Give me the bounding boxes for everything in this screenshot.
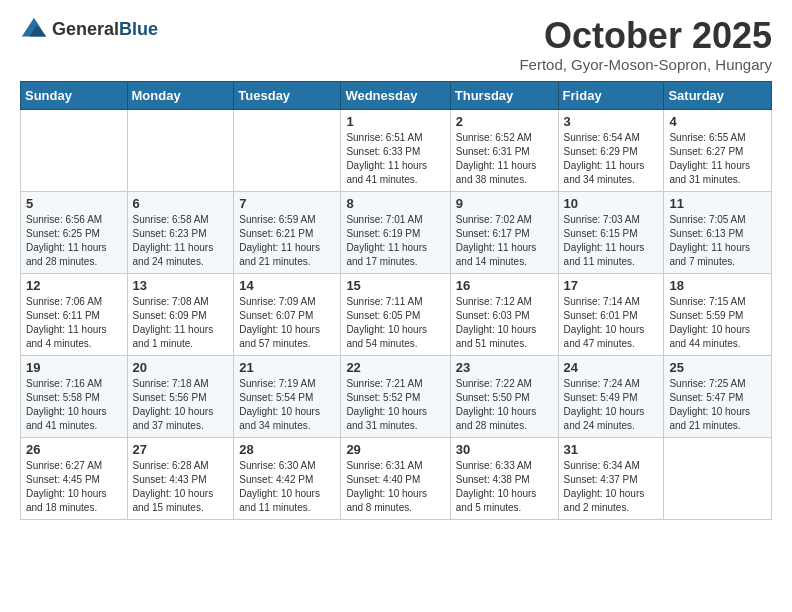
calendar-cell: 22Sunrise: 7:21 AM Sunset: 5:52 PM Dayli… (341, 355, 450, 437)
day-number: 21 (239, 360, 335, 375)
calendar-cell: 24Sunrise: 7:24 AM Sunset: 5:49 PM Dayli… (558, 355, 664, 437)
day-info: Sunrise: 7:09 AM Sunset: 6:07 PM Dayligh… (239, 295, 335, 351)
day-number: 23 (456, 360, 553, 375)
logo-text: GeneralBlue (52, 20, 158, 40)
month-title: October 2025 (519, 16, 772, 56)
calendar-cell: 31Sunrise: 6:34 AM Sunset: 4:37 PM Dayli… (558, 437, 664, 519)
calendar-cell: 9Sunrise: 7:02 AM Sunset: 6:17 PM Daylig… (450, 191, 558, 273)
day-number: 29 (346, 442, 444, 457)
day-info: Sunrise: 7:12 AM Sunset: 6:03 PM Dayligh… (456, 295, 553, 351)
logo-general: General (52, 19, 119, 39)
day-number: 30 (456, 442, 553, 457)
day-info: Sunrise: 7:11 AM Sunset: 6:05 PM Dayligh… (346, 295, 444, 351)
day-header-tuesday: Tuesday (234, 81, 341, 109)
day-number: 6 (133, 196, 229, 211)
day-info: Sunrise: 7:24 AM Sunset: 5:49 PM Dayligh… (564, 377, 659, 433)
calendar-cell: 21Sunrise: 7:19 AM Sunset: 5:54 PM Dayli… (234, 355, 341, 437)
day-number: 1 (346, 114, 444, 129)
logo: GeneralBlue (20, 16, 158, 44)
header: GeneralBlue October 2025 Fertod, Gyor-Mo… (20, 16, 772, 73)
calendar-cell (21, 109, 128, 191)
day-header-sunday: Sunday (21, 81, 128, 109)
week-row-3: 12Sunrise: 7:06 AM Sunset: 6:11 PM Dayli… (21, 273, 772, 355)
day-number: 8 (346, 196, 444, 211)
calendar-cell: 19Sunrise: 7:16 AM Sunset: 5:58 PM Dayli… (21, 355, 128, 437)
day-number: 3 (564, 114, 659, 129)
page: GeneralBlue October 2025 Fertod, Gyor-Mo… (0, 0, 792, 536)
day-info: Sunrise: 7:06 AM Sunset: 6:11 PM Dayligh… (26, 295, 122, 351)
calendar-cell: 18Sunrise: 7:15 AM Sunset: 5:59 PM Dayli… (664, 273, 772, 355)
week-row-4: 19Sunrise: 7:16 AM Sunset: 5:58 PM Dayli… (21, 355, 772, 437)
calendar-cell: 11Sunrise: 7:05 AM Sunset: 6:13 PM Dayli… (664, 191, 772, 273)
day-number: 31 (564, 442, 659, 457)
calendar-cell: 3Sunrise: 6:54 AM Sunset: 6:29 PM Daylig… (558, 109, 664, 191)
day-number: 18 (669, 278, 766, 293)
day-info: Sunrise: 7:19 AM Sunset: 5:54 PM Dayligh… (239, 377, 335, 433)
calendar-cell: 17Sunrise: 7:14 AM Sunset: 6:01 PM Dayli… (558, 273, 664, 355)
calendar-cell: 1Sunrise: 6:51 AM Sunset: 6:33 PM Daylig… (341, 109, 450, 191)
week-row-1: 1Sunrise: 6:51 AM Sunset: 6:33 PM Daylig… (21, 109, 772, 191)
day-number: 11 (669, 196, 766, 211)
logo-icon (20, 16, 48, 44)
calendar-cell: 2Sunrise: 6:52 AM Sunset: 6:31 PM Daylig… (450, 109, 558, 191)
day-info: Sunrise: 7:25 AM Sunset: 5:47 PM Dayligh… (669, 377, 766, 433)
calendar-cell: 14Sunrise: 7:09 AM Sunset: 6:07 PM Dayli… (234, 273, 341, 355)
calendar-cell (127, 109, 234, 191)
day-header-monday: Monday (127, 81, 234, 109)
day-number: 15 (346, 278, 444, 293)
day-info: Sunrise: 7:15 AM Sunset: 5:59 PM Dayligh… (669, 295, 766, 351)
calendar-cell: 28Sunrise: 6:30 AM Sunset: 4:42 PM Dayli… (234, 437, 341, 519)
day-info: Sunrise: 6:52 AM Sunset: 6:31 PM Dayligh… (456, 131, 553, 187)
day-info: Sunrise: 6:56 AM Sunset: 6:25 PM Dayligh… (26, 213, 122, 269)
day-info: Sunrise: 6:28 AM Sunset: 4:43 PM Dayligh… (133, 459, 229, 515)
day-number: 4 (669, 114, 766, 129)
day-info: Sunrise: 6:55 AM Sunset: 6:27 PM Dayligh… (669, 131, 766, 187)
day-info: Sunrise: 6:34 AM Sunset: 4:37 PM Dayligh… (564, 459, 659, 515)
calendar-cell: 15Sunrise: 7:11 AM Sunset: 6:05 PM Dayli… (341, 273, 450, 355)
day-number: 14 (239, 278, 335, 293)
day-number: 17 (564, 278, 659, 293)
calendar-cell (234, 109, 341, 191)
calendar-cell: 4Sunrise: 6:55 AM Sunset: 6:27 PM Daylig… (664, 109, 772, 191)
calendar-cell: 12Sunrise: 7:06 AM Sunset: 6:11 PM Dayli… (21, 273, 128, 355)
day-number: 12 (26, 278, 122, 293)
day-info: Sunrise: 7:16 AM Sunset: 5:58 PM Dayligh… (26, 377, 122, 433)
day-number: 28 (239, 442, 335, 457)
day-info: Sunrise: 6:27 AM Sunset: 4:45 PM Dayligh… (26, 459, 122, 515)
day-info: Sunrise: 7:05 AM Sunset: 6:13 PM Dayligh… (669, 213, 766, 269)
day-info: Sunrise: 6:33 AM Sunset: 4:38 PM Dayligh… (456, 459, 553, 515)
calendar-cell: 5Sunrise: 6:56 AM Sunset: 6:25 PM Daylig… (21, 191, 128, 273)
day-number: 26 (26, 442, 122, 457)
day-number: 16 (456, 278, 553, 293)
calendar-cell: 13Sunrise: 7:08 AM Sunset: 6:09 PM Dayli… (127, 273, 234, 355)
day-info: Sunrise: 6:58 AM Sunset: 6:23 PM Dayligh… (133, 213, 229, 269)
day-info: Sunrise: 6:54 AM Sunset: 6:29 PM Dayligh… (564, 131, 659, 187)
calendar-cell: 6Sunrise: 6:58 AM Sunset: 6:23 PM Daylig… (127, 191, 234, 273)
day-number: 20 (133, 360, 229, 375)
week-row-2: 5Sunrise: 6:56 AM Sunset: 6:25 PM Daylig… (21, 191, 772, 273)
calendar-cell: 30Sunrise: 6:33 AM Sunset: 4:38 PM Dayli… (450, 437, 558, 519)
title-block: October 2025 Fertod, Gyor-Moson-Sopron, … (519, 16, 772, 73)
location: Fertod, Gyor-Moson-Sopron, Hungary (519, 56, 772, 73)
day-info: Sunrise: 6:51 AM Sunset: 6:33 PM Dayligh… (346, 131, 444, 187)
day-info: Sunrise: 7:08 AM Sunset: 6:09 PM Dayligh… (133, 295, 229, 351)
day-info: Sunrise: 7:01 AM Sunset: 6:19 PM Dayligh… (346, 213, 444, 269)
day-number: 19 (26, 360, 122, 375)
day-number: 27 (133, 442, 229, 457)
day-info: Sunrise: 7:02 AM Sunset: 6:17 PM Dayligh… (456, 213, 553, 269)
day-info: Sunrise: 7:21 AM Sunset: 5:52 PM Dayligh… (346, 377, 444, 433)
day-header-saturday: Saturday (664, 81, 772, 109)
calendar-cell (664, 437, 772, 519)
calendar-cell: 16Sunrise: 7:12 AM Sunset: 6:03 PM Dayli… (450, 273, 558, 355)
day-number: 9 (456, 196, 553, 211)
day-info: Sunrise: 6:31 AM Sunset: 4:40 PM Dayligh… (346, 459, 444, 515)
day-number: 22 (346, 360, 444, 375)
week-row-5: 26Sunrise: 6:27 AM Sunset: 4:45 PM Dayli… (21, 437, 772, 519)
day-info: Sunrise: 6:59 AM Sunset: 6:21 PM Dayligh… (239, 213, 335, 269)
day-number: 13 (133, 278, 229, 293)
day-info: Sunrise: 7:18 AM Sunset: 5:56 PM Dayligh… (133, 377, 229, 433)
day-number: 24 (564, 360, 659, 375)
day-header-wednesday: Wednesday (341, 81, 450, 109)
day-header-thursday: Thursday (450, 81, 558, 109)
calendar-cell: 25Sunrise: 7:25 AM Sunset: 5:47 PM Dayli… (664, 355, 772, 437)
